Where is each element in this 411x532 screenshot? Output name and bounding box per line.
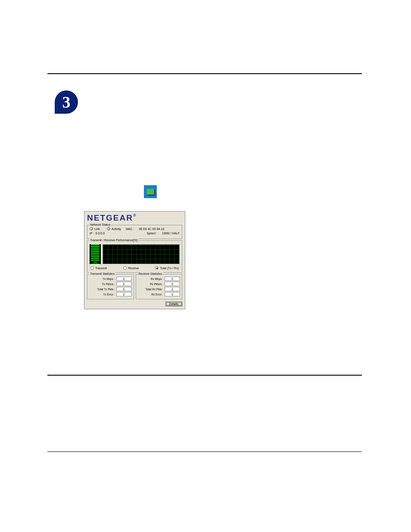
performance-radio-row: Transmit Receive Total (Tx / Rx)	[90, 266, 180, 270]
network-status-row-2: IP : 0.0.0.0 Speed : 100M / HALF	[90, 232, 180, 235]
ip-value: 0.0.0.0	[95, 232, 104, 235]
stat-row: Total Tx Pkts :0	[89, 287, 132, 291]
bottom-rule	[47, 375, 362, 376]
radio-receive[interactable]: Receive	[123, 266, 139, 270]
speed-value: 100M / HALF	[162, 232, 180, 235]
radio-total[interactable]: Total (Tx / Rx)	[155, 266, 179, 270]
radio-icon	[90, 266, 94, 270]
stat-label: Rx Pkts/s :	[138, 283, 165, 286]
stat-value: 0	[116, 277, 132, 281]
dialog-button-row: Details	[87, 302, 182, 306]
stat-value: 0	[116, 287, 132, 291]
performance-bar: 0%	[90, 244, 101, 264]
stat-row: Tx Pkts/s :0	[89, 282, 132, 286]
stat-row: Total Rx Pkts :0	[138, 287, 181, 291]
performance-legend: Transmit / Receive Performance[%]	[89, 239, 138, 242]
stat-label: Tx Mbps :	[89, 277, 116, 280]
step-number: 3	[62, 93, 71, 112]
stat-value: 0	[165, 292, 180, 296]
step-badge: 3	[55, 90, 78, 114]
system-tray-icon	[144, 185, 157, 198]
link-led-icon	[90, 227, 93, 230]
stat-value: 0	[116, 282, 132, 286]
network-status-row-1: Link Activity MAC : 00 E0 4C 69 0A 18	[90, 227, 180, 230]
performance-percent: 0%	[90, 261, 101, 264]
stat-value: 0	[165, 287, 180, 291]
stat-value: 0	[165, 282, 180, 286]
activity-label: Activity	[112, 227, 121, 230]
stat-row: Rx Error :0	[138, 292, 181, 296]
mac-label: MAC :	[126, 227, 134, 230]
stat-row: Rx Mbps :0	[138, 277, 181, 281]
transmit-statistics-group: Transmit Statistics Tx Mbps :0 Tx Pkts/s…	[87, 274, 134, 299]
document-page: 3 NETGEAR® Network Status Link Activity …	[47, 73, 362, 74]
top-rule	[47, 73, 362, 74]
performance-graph	[103, 244, 180, 264]
details-button[interactable]: Details	[165, 302, 182, 306]
stat-label: Total Rx Pkts :	[138, 288, 165, 291]
network-status-legend: Network Status	[89, 223, 111, 226]
radio-transmit-label: Transmit	[95, 267, 107, 270]
stat-label: Tx Error :	[89, 293, 116, 296]
stat-value: 0	[116, 292, 132, 296]
stat-label: Rx Error :	[138, 293, 165, 296]
brand-logo: NETGEAR®	[87, 213, 182, 224]
radio-total-label: Total (Tx / Rx)	[160, 267, 179, 270]
monitor-icon	[146, 189, 154, 195]
radio-transmit[interactable]: Transmit	[90, 266, 107, 270]
activity-led-icon	[107, 227, 110, 230]
speed-label: Speed :	[147, 232, 157, 235]
receive-statistics-group: Receive Statistics Rx Mbps :0 Rx Pkts/s …	[136, 274, 183, 299]
transmit-statistics-legend: Transmit Statistics	[89, 272, 115, 275]
performance-group: Transmit / Receive Performance[%] 0% Tra…	[87, 240, 182, 273]
footer-rule	[47, 451, 362, 452]
radio-receive-label: Receive	[128, 267, 139, 270]
receive-statistics-legend: Receive Statistics	[138, 272, 163, 275]
stat-label: Tx Pkts/s :	[89, 283, 116, 286]
performance-body: 0%	[90, 244, 180, 264]
stat-row: Rx Pkts/s :0	[138, 282, 181, 286]
stat-row: Tx Error :0	[89, 292, 132, 296]
netgear-status-dialog: NETGEAR® Network Status Link Activity MA…	[84, 211, 185, 309]
radio-icon	[155, 266, 159, 270]
stat-row: Tx Mbps :0	[89, 277, 132, 281]
stat-label: Total Tx Pkts :	[89, 288, 116, 291]
stat-label: Rx Mbps :	[138, 277, 165, 280]
network-status-group: Network Status Link Activity MAC : 00 E0…	[87, 225, 182, 239]
brand-text: NETGEAR	[87, 213, 133, 222]
link-label: Link	[94, 227, 100, 230]
ip-label: IP :	[90, 232, 94, 235]
statistics-pair: Transmit Statistics Tx Mbps :0 Tx Pkts/s…	[87, 274, 182, 299]
brand-registered: ®	[133, 213, 137, 218]
radio-icon	[123, 266, 127, 270]
mac-value: 00 E0 4C 69 0A 18	[139, 227, 164, 230]
stat-value: 0	[165, 277, 180, 281]
